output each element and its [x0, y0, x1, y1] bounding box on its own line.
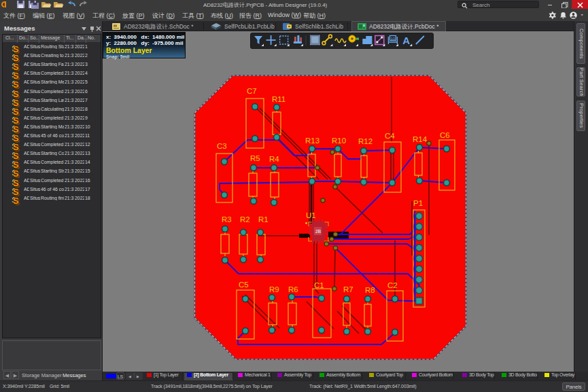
svg-text:R12: R12 [358, 137, 373, 145]
svg-text:C4: C4 [385, 132, 395, 140]
svg-text:R4: R4 [269, 155, 279, 163]
svg-text:R11: R11 [272, 95, 286, 103]
svg-text:R1: R1 [258, 215, 269, 224]
svg-text:R14: R14 [413, 135, 428, 143]
svg-text:P1: P1 [413, 199, 423, 207]
svg-text:R2: R2 [240, 215, 250, 224]
svg-text:R13: R13 [305, 137, 319, 145]
svg-text:C2: C2 [387, 281, 398, 289]
svg-text:C5: C5 [239, 281, 249, 289]
svg-text:U1: U1 [306, 211, 316, 219]
svg-text:R6: R6 [288, 285, 298, 293]
svg-text:R7: R7 [343, 285, 353, 293]
svg-text:C6: C6 [440, 131, 450, 139]
svg-text:R10: R10 [332, 137, 346, 145]
svg-text:C7: C7 [247, 87, 257, 95]
svg-text:10: 10 [390, 37, 395, 41]
svg-text:R3: R3 [222, 215, 232, 224]
svg-text:2Β: 2Β [315, 229, 322, 234]
svg-text:C1: C1 [314, 281, 324, 289]
svg-text:R8: R8 [365, 286, 375, 294]
svg-text:C3: C3 [217, 142, 227, 150]
svg-text:R9: R9 [269, 285, 279, 293]
svg-text:A: A [402, 35, 410, 46]
svg-text:R5: R5 [250, 154, 260, 162]
